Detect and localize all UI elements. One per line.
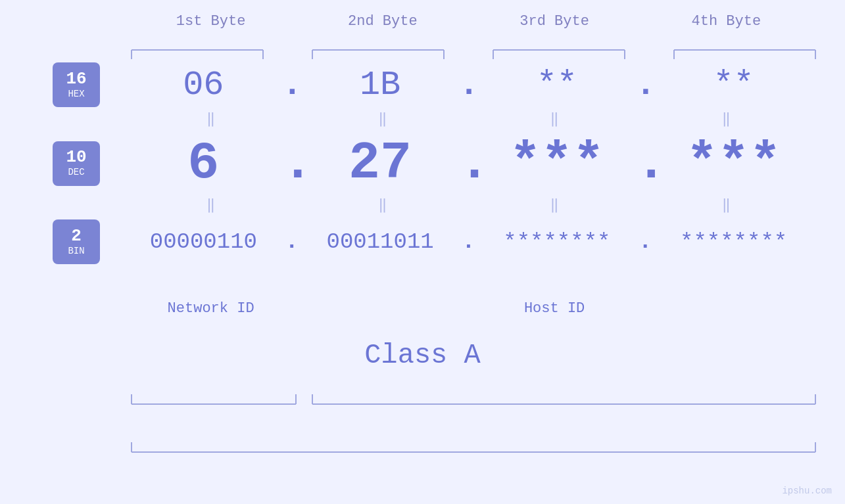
byte-header-4: 4th Byte xyxy=(640,13,812,30)
byte-headers-row: 1st Byte 2nd Byte 3rd Byte 4th Byte xyxy=(33,13,812,30)
sep1-4: ‖ xyxy=(640,110,812,127)
sep2-3: ‖ xyxy=(469,196,640,214)
dec-byte-4: *** xyxy=(655,133,812,193)
hex-dot-3: . xyxy=(635,66,655,104)
dec-dot-2: . xyxy=(459,133,479,193)
watermark: ipshu.com xyxy=(782,486,832,496)
class-label: Class A xyxy=(364,340,480,371)
dec-dot-3: . xyxy=(635,133,655,193)
dec-badge: 10 DEC xyxy=(53,141,100,186)
hex-byte-2: 1B xyxy=(302,66,459,104)
bin-dot-3: . xyxy=(635,229,655,254)
sep1-1: ‖ xyxy=(125,110,297,127)
sep2-1: ‖ xyxy=(125,196,297,214)
dec-byte-3: *** xyxy=(479,133,636,193)
bin-byte-1: 00000110 xyxy=(125,229,282,254)
byte-header-2: 2nd Byte xyxy=(297,13,468,30)
hex-byte-1: 06 xyxy=(125,66,282,104)
bin-dot-1: . xyxy=(282,229,302,254)
hex-badge: 16 HEX xyxy=(53,62,100,107)
bin-badge: 2 BIN xyxy=(53,219,100,264)
bin-byte-2: 00011011 xyxy=(302,229,459,254)
byte-header-3: 3rd Byte xyxy=(469,13,640,30)
hex-byte-4: ** xyxy=(655,66,812,104)
bin-dot-2: . xyxy=(459,229,479,254)
sep2-4: ‖ xyxy=(640,196,812,214)
bin-byte-3: ******** xyxy=(479,229,636,254)
hex-dot-2: . xyxy=(459,66,479,104)
sep1-2: ‖ xyxy=(297,110,468,127)
bin-byte-4: ******** xyxy=(655,229,812,254)
byte-header-1: 1st Byte xyxy=(125,13,297,30)
dec-dot-1: . xyxy=(282,133,302,193)
hex-dot-1: . xyxy=(282,66,302,104)
hex-byte-3: ** xyxy=(479,66,636,104)
sep2-2: ‖ xyxy=(297,196,468,214)
network-id-label: Network ID xyxy=(125,300,297,317)
sep1-3: ‖ xyxy=(469,110,640,127)
host-id-label: Host ID xyxy=(297,300,812,317)
dec-byte-1: 6 xyxy=(125,133,282,193)
dec-byte-2: 27 xyxy=(302,133,459,193)
